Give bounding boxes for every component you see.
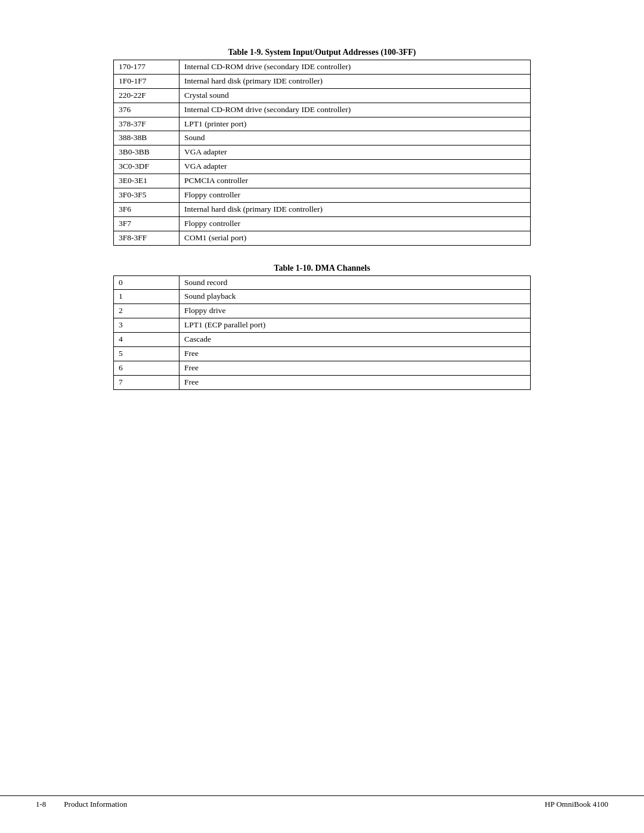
table-row: 3F0-3F5Floppy controller xyxy=(114,188,531,203)
channel-cell: 1 xyxy=(114,290,179,304)
address-cell: 170-177 xyxy=(114,60,179,75)
footer: 1-8 Product Information HP OmniBook 4100 xyxy=(0,795,644,809)
address-cell: 3F6 xyxy=(114,202,179,216)
description-cell: Free xyxy=(179,375,531,389)
table-row: 1Sound playback xyxy=(114,290,531,304)
description-cell: COM1 (serial port) xyxy=(179,231,531,245)
table-row: 376Internal CD-ROM drive (secondary IDE … xyxy=(114,103,531,117)
table-row: 3C0-3DFVGA adapter xyxy=(114,160,531,174)
description-cell: Sound record xyxy=(179,275,531,290)
description-cell: Sound playback xyxy=(179,290,531,304)
channel-cell: 0 xyxy=(114,275,179,290)
description-cell: VGA adapter xyxy=(179,145,531,160)
footer-page-number: 1-8 xyxy=(36,800,46,809)
table10-title: Table 1-10. DMA Channels xyxy=(113,264,531,273)
channel-cell: 7 xyxy=(114,375,179,389)
address-cell: 376 xyxy=(114,103,179,117)
table-row: 378-37FLPT1 (printer port) xyxy=(114,117,531,131)
table10: 0Sound record1Sound playback2Floppy driv… xyxy=(113,275,531,390)
table-row: 3LPT1 (ECP parallel port) xyxy=(114,318,531,333)
table-row: 0Sound record xyxy=(114,275,531,290)
table9-title: Table 1-9. System Input/Output Addresses… xyxy=(113,48,531,57)
description-cell: LPT1 (ECP parallel port) xyxy=(179,318,531,333)
address-cell: 3F7 xyxy=(114,216,179,231)
description-cell: LPT1 (printer port) xyxy=(179,117,531,131)
description-cell: VGA adapter xyxy=(179,160,531,174)
description-cell: PCMCIA controller xyxy=(179,174,531,188)
address-cell: 378-37F xyxy=(114,117,179,131)
description-cell: Sound xyxy=(179,131,531,145)
address-cell: 3E0-3E1 xyxy=(114,174,179,188)
page: Table 1-9. System Input/Output Addresses… xyxy=(0,0,644,833)
description-cell: Cascade xyxy=(179,333,531,347)
table-row: 3B0-3BBVGA adapter xyxy=(114,145,531,160)
description-cell: Internal hard disk (primary IDE controll… xyxy=(179,74,531,88)
description-cell: Crystal sound xyxy=(179,88,531,103)
table-row: 2Floppy drive xyxy=(114,304,531,318)
description-cell: Internal CD-ROM drive (secondary IDE con… xyxy=(179,103,531,117)
description-cell: Floppy controller xyxy=(179,216,531,231)
description-cell: Floppy controller xyxy=(179,188,531,203)
address-cell: 220-22F xyxy=(114,88,179,103)
table-row: 6Free xyxy=(114,361,531,375)
table-row: 3F6Internal hard disk (primary IDE contr… xyxy=(114,202,531,216)
table-row: 3E0-3E1PCMCIA controller xyxy=(114,174,531,188)
channel-cell: 2 xyxy=(114,304,179,318)
table9: 170-177Internal CD-ROM drive (secondary … xyxy=(113,60,531,246)
footer-product: HP OmniBook 4100 xyxy=(545,800,608,809)
table-row: 220-22FCrystal sound xyxy=(114,88,531,103)
footer-section: Product Information xyxy=(64,800,127,809)
address-cell: 3B0-3BB xyxy=(114,145,179,160)
content-area: Table 1-9. System Input/Output Addresses… xyxy=(113,48,531,390)
address-cell: 3C0-3DF xyxy=(114,160,179,174)
channel-cell: 3 xyxy=(114,318,179,333)
description-cell: Free xyxy=(179,361,531,375)
address-cell: 3F0-3F5 xyxy=(114,188,179,203)
description-cell: Free xyxy=(179,347,531,361)
description-cell: Floppy drive xyxy=(179,304,531,318)
address-cell: 1F0-1F7 xyxy=(114,74,179,88)
address-cell: 388-38B xyxy=(114,131,179,145)
table-row: 170-177Internal CD-ROM drive (secondary … xyxy=(114,60,531,75)
description-cell: Internal CD-ROM drive (secondary IDE con… xyxy=(179,60,531,75)
footer-left: 1-8 Product Information xyxy=(36,800,127,809)
table-row: 5Free xyxy=(114,347,531,361)
description-cell: Internal hard disk (primary IDE controll… xyxy=(179,202,531,216)
table-row: 3F7Floppy controller xyxy=(114,216,531,231)
table-row: 388-38BSound xyxy=(114,131,531,145)
table-row: 4Cascade xyxy=(114,333,531,347)
table-row: 7Free xyxy=(114,375,531,389)
table-row: 1F0-1F7Internal hard disk (primary IDE c… xyxy=(114,74,531,88)
channel-cell: 4 xyxy=(114,333,179,347)
address-cell: 3F8-3FF xyxy=(114,231,179,245)
table-row: 3F8-3FFCOM1 (serial port) xyxy=(114,231,531,245)
channel-cell: 5 xyxy=(114,347,179,361)
channel-cell: 6 xyxy=(114,361,179,375)
